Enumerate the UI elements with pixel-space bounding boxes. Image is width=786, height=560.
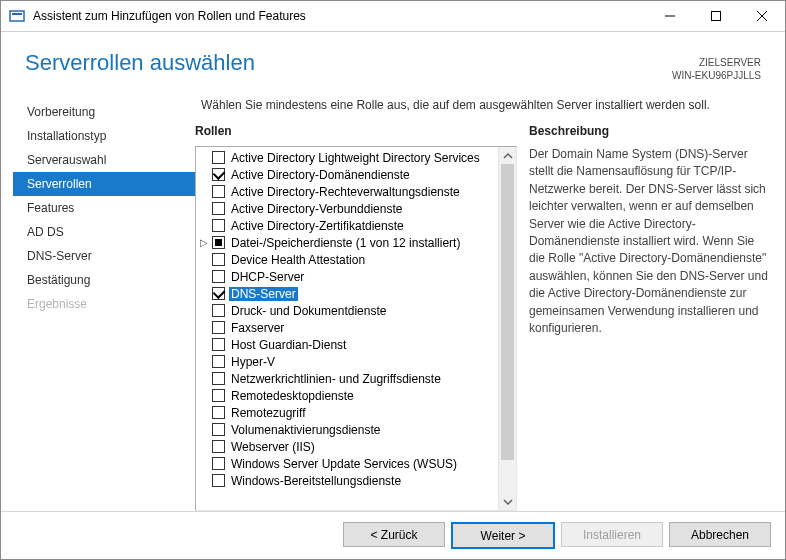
scroll-down-button[interactable]	[499, 493, 516, 510]
svg-rect-3	[712, 12, 721, 21]
role-checkbox[interactable]	[212, 304, 225, 317]
instruction-text: Wählen Sie mindestens eine Rolle aus, di…	[201, 98, 767, 112]
titlebar: Assistent zum Hinzufügen von Rollen und …	[1, 1, 785, 32]
nav-item-serverrollen[interactable]: Serverrollen	[13, 172, 195, 196]
role-checkbox[interactable]	[212, 457, 225, 470]
role-checkbox[interactable]	[212, 168, 225, 181]
role-row[interactable]: Host Guardian-Dienst	[212, 336, 498, 353]
role-row[interactable]: Remotezugriff	[212, 404, 498, 421]
svg-rect-0	[10, 11, 24, 21]
target-value: WIN-EKU96PJJLLS	[672, 69, 761, 82]
role-label[interactable]: Druck- und Dokumentdienste	[229, 304, 388, 318]
scroll-up-button[interactable]	[499, 147, 516, 164]
description-heading: Beschreibung	[529, 124, 769, 138]
role-row[interactable]: Device Health Attestation	[212, 251, 498, 268]
role-checkbox[interactable]	[212, 406, 225, 419]
roles-listbox-wrap: Active Directory Lightweight Directory S…	[195, 146, 517, 511]
description-text: Der Domain Name System (DNS)-Server stel…	[529, 146, 769, 337]
role-label[interactable]: Active Directory-Zertifikatdienste	[229, 219, 406, 233]
nav-item-ergebnisse: Ergebnisse	[13, 292, 195, 316]
role-row[interactable]: Remotedesktopdienste	[212, 387, 498, 404]
nav-item-features[interactable]: Features	[13, 196, 195, 220]
role-label[interactable]: Device Health Attestation	[229, 253, 367, 267]
role-row[interactable]: Active Directory-Verbunddienste	[212, 200, 498, 217]
role-row[interactable]: Active Directory-Domänendienste	[212, 166, 498, 183]
role-checkbox[interactable]	[212, 202, 225, 215]
nav-item-serverauswahl[interactable]: Serverauswahl	[13, 148, 195, 172]
role-checkbox[interactable]	[212, 270, 225, 283]
roles-scrollbar[interactable]	[498, 147, 516, 510]
role-row[interactable]: Webserver (IIS)	[212, 438, 498, 455]
role-checkbox[interactable]	[212, 355, 225, 368]
role-checkbox[interactable]	[212, 389, 225, 402]
body-area: VorbereitungInstallationstypServerauswah…	[1, 86, 785, 511]
role-label[interactable]: Remotezugriff	[229, 406, 307, 420]
scroll-track[interactable]	[499, 164, 516, 493]
role-checkbox[interactable]	[212, 253, 225, 266]
role-label[interactable]: Active Directory Lightweight Directory S…	[229, 151, 482, 165]
nav-item-vorbereitung[interactable]: Vorbereitung	[13, 100, 195, 124]
role-label[interactable]: DHCP-Server	[229, 270, 306, 284]
role-label[interactable]: Windows-Bereitstellungsdienste	[229, 474, 403, 488]
role-label[interactable]: Windows Server Update Services (WSUS)	[229, 457, 459, 471]
cancel-button[interactable]: Abbrechen	[669, 522, 771, 547]
role-label[interactable]: Volumenaktivierungsdienste	[229, 423, 382, 437]
role-checkbox[interactable]	[212, 287, 225, 300]
role-label[interactable]: Active Directory-Verbunddienste	[229, 202, 404, 216]
role-label[interactable]: Faxserver	[229, 321, 286, 335]
nav-item-ad-ds[interactable]: AD DS	[13, 220, 195, 244]
description-column: Beschreibung Der Domain Name System (DNS…	[529, 124, 773, 511]
scroll-thumb[interactable]	[501, 164, 514, 460]
role-checkbox[interactable]	[212, 321, 225, 334]
role-label[interactable]: Remotedesktopdienste	[229, 389, 356, 403]
nav-item-best-tigung[interactable]: Bestätigung	[13, 268, 195, 292]
maximize-button[interactable]	[693, 1, 739, 31]
role-checkbox[interactable]	[212, 185, 225, 198]
role-row[interactable]: Druck- und Dokumentdienste	[212, 302, 498, 319]
role-label[interactable]: Host Guardian-Dienst	[229, 338, 348, 352]
header-area: Serverrollen auswählen ZIELSERVER WIN-EK…	[1, 32, 785, 86]
role-row[interactable]: Hyper-V	[212, 353, 498, 370]
target-info: ZIELSERVER WIN-EKU96PJJLLS	[672, 56, 761, 82]
role-row[interactable]: Faxserver	[212, 319, 498, 336]
role-row[interactable]: Active Directory-Rechteverwaltungsdienst…	[212, 183, 498, 200]
nav-item-installationstyp[interactable]: Installationstyp	[13, 124, 195, 148]
role-row[interactable]: Volumenaktivierungsdienste	[212, 421, 498, 438]
close-button[interactable]	[739, 1, 785, 31]
role-row[interactable]: Active Directory Lightweight Directory S…	[212, 149, 498, 166]
role-row[interactable]: Netzwerkrichtlinien- und Zugriffsdienste	[212, 370, 498, 387]
role-label[interactable]: Datei-/Speicherdienste (1 von 12 install…	[229, 236, 462, 250]
minimize-button[interactable]	[647, 1, 693, 31]
role-label[interactable]: Webserver (IIS)	[229, 440, 317, 454]
role-checkbox[interactable]	[212, 338, 225, 351]
role-label[interactable]: Netzwerkrichtlinien- und Zugriffsdienste	[229, 372, 443, 386]
role-checkbox[interactable]	[212, 423, 225, 436]
footer: < Zurück Weiter > Installieren Abbrechen	[1, 511, 785, 559]
role-row[interactable]: Windows-Bereitstellungsdienste	[212, 472, 498, 489]
role-checkbox[interactable]	[212, 219, 225, 232]
role-row[interactable]: Windows Server Update Services (WSUS)	[212, 455, 498, 472]
role-label[interactable]: DNS-Server	[229, 287, 298, 301]
role-checkbox[interactable]	[212, 372, 225, 385]
role-row[interactable]: ▷Datei-/Speicherdienste (1 von 12 instal…	[212, 234, 498, 251]
role-label[interactable]: Hyper-V	[229, 355, 277, 369]
role-checkbox[interactable]	[212, 474, 225, 487]
role-label[interactable]: Active Directory-Domänendienste	[229, 168, 412, 182]
role-row[interactable]: DNS-Server	[212, 285, 498, 302]
target-label: ZIELSERVER	[672, 56, 761, 69]
role-checkbox[interactable]	[212, 236, 225, 249]
role-checkbox[interactable]	[212, 440, 225, 453]
role-label[interactable]: Active Directory-Rechteverwaltungsdienst…	[229, 185, 462, 199]
roles-listbox[interactable]: Active Directory Lightweight Directory S…	[196, 147, 498, 510]
nav-item-dns-server[interactable]: DNS-Server	[13, 244, 195, 268]
next-button[interactable]: Weiter >	[451, 522, 555, 549]
role-row[interactable]: Active Directory-Zertifikatdienste	[212, 217, 498, 234]
svg-rect-1	[12, 13, 22, 15]
back-button[interactable]: < Zurück	[343, 522, 445, 547]
expand-icon[interactable]: ▷	[198, 237, 210, 248]
wizard-nav: VorbereitungInstallationstypServerauswah…	[13, 98, 195, 511]
role-checkbox[interactable]	[212, 151, 225, 164]
role-row[interactable]: DHCP-Server	[212, 268, 498, 285]
install-button: Installieren	[561, 522, 663, 547]
roles-column: Rollen Active Directory Lightweight Dire…	[195, 124, 517, 511]
